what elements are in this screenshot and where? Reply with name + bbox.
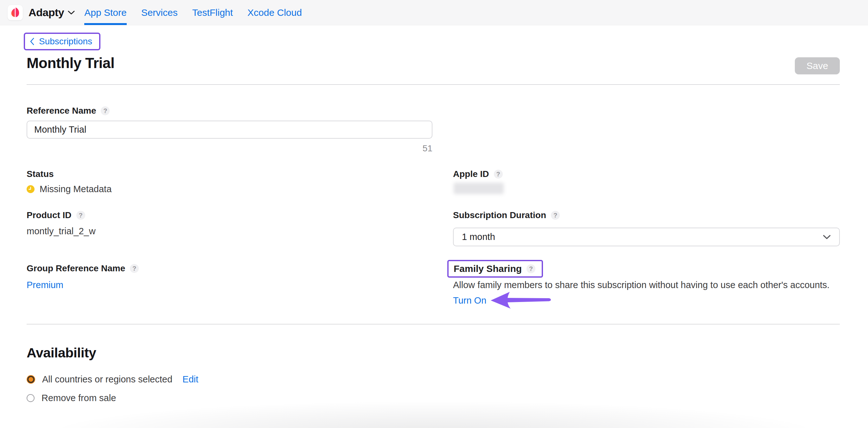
save-button[interactable]: Save	[795, 57, 840, 74]
family-sharing-description: Allow family members to share this subsc…	[453, 280, 830, 290]
breadcrumb-highlight-box: Subscriptions	[24, 33, 100, 50]
subscription-duration-select[interactable]: 1 month	[453, 228, 840, 246]
help-icon[interactable]: ?	[527, 264, 535, 273]
family-sharing-highlight-box: Family Sharing ?	[447, 260, 543, 277]
status-field: Status	[27, 169, 54, 179]
nav-links: App Store Services TestFlight Xcode Clou…	[84, 0, 316, 25]
subscription-duration-label: Subscription Duration	[453, 210, 546, 220]
availability-heading: Availability	[27, 345, 96, 361]
app-name: Adapty	[29, 6, 64, 19]
subscription-duration-value: 1 month	[462, 232, 495, 242]
chevron-down-icon	[823, 235, 831, 240]
availability-option-label: All countries or regions selected	[42, 374, 172, 385]
help-icon[interactable]: ?	[494, 170, 503, 178]
reference-name-field: Reference Name ?	[27, 106, 110, 116]
header-divider	[27, 84, 840, 85]
missing-metadata-clock-icon	[27, 185, 34, 193]
help-icon[interactable]: ?	[101, 106, 110, 115]
apple-id-label: Apple ID	[453, 169, 489, 179]
help-icon[interactable]: ?	[76, 211, 85, 220]
product-id-label: Product ID	[27, 210, 71, 220]
availability-option-label: Remove from sale	[41, 393, 116, 403]
radio-unselected-icon[interactable]	[27, 394, 34, 402]
group-reference-name-field: Group Reference Name ?	[27, 263, 139, 273]
group-reference-name-label: Group Reference Name	[27, 263, 125, 273]
nav-tab-testflight[interactable]: TestFlight	[192, 0, 233, 25]
product-id-field: Product ID ?	[27, 210, 85, 220]
breadcrumb-back-link[interactable]: Subscriptions	[29, 36, 92, 46]
top-navbar: Adapty App Store Services TestFlight Xco…	[0, 0, 868, 25]
status-label: Status	[27, 169, 54, 179]
chevron-left-icon	[29, 37, 34, 46]
section-divider	[27, 324, 840, 325]
subscription-duration-field: Subscription Duration ?	[453, 210, 560, 220]
chevron-down-icon	[68, 10, 75, 15]
apple-id-field: Apple ID ?	[453, 169, 503, 179]
radio-selected-icon[interactable]	[27, 375, 35, 384]
page-title: Monthly Trial	[27, 55, 114, 71]
family-sharing-label: Family Sharing	[454, 263, 522, 274]
character-count: 51	[369, 143, 432, 154]
family-sharing-turn-on-link[interactable]: Turn On	[453, 295, 486, 306]
status-badge: Missing Metadata	[40, 184, 112, 194]
annotation-arrow-left-icon	[490, 291, 554, 309]
status-row: Missing Metadata	[27, 184, 112, 194]
help-icon[interactable]: ?	[551, 211, 560, 220]
availability-option-remove-from-sale[interactable]: Remove from sale	[27, 393, 116, 403]
adapty-logo-icon[interactable]	[8, 5, 23, 20]
nav-tab-xcode-cloud[interactable]: Xcode Cloud	[247, 0, 302, 25]
bottom-shadow	[0, 398, 868, 428]
apple-id-redacted-value	[454, 183, 504, 194]
reference-name-input[interactable]	[27, 121, 432, 139]
availability-option-all-countries[interactable]: All countries or regions selected Edit	[27, 374, 198, 385]
group-reference-name-link[interactable]: Premium	[27, 280, 63, 290]
reference-name-label: Reference Name	[27, 106, 96, 116]
subscription-detail-page: Adapty App Store Services TestFlight Xco…	[0, 0, 868, 428]
app-switcher-dropdown[interactable]: Adapty	[29, 6, 75, 19]
help-icon[interactable]: ?	[130, 264, 139, 273]
breadcrumb-label: Subscriptions	[39, 36, 92, 46]
product-id-value: montly_trial_2_w	[27, 226, 96, 236]
nav-tab-services[interactable]: Services	[141, 0, 178, 25]
availability-edit-link[interactable]: Edit	[183, 374, 198, 385]
nav-tab-app-store[interactable]: App Store	[84, 0, 126, 25]
